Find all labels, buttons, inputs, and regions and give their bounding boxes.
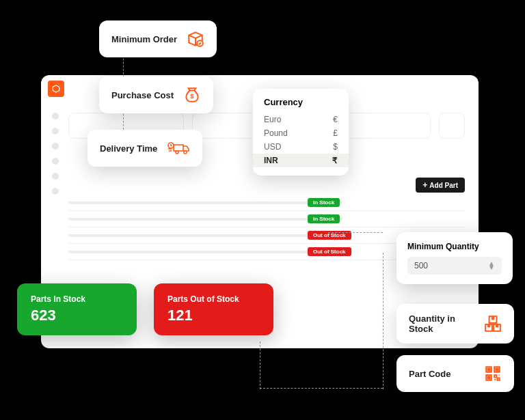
part-code-label: Part Code [409, 369, 450, 379]
quantity-value: 500 [414, 261, 428, 270]
sidebar-item[interactable] [52, 173, 59, 180]
connector-line [328, 232, 383, 233]
minimum-quantity-label: Minimum Quantity [407, 242, 502, 251]
stat-value: 623 [31, 307, 123, 324]
currency-dropdown[interactable]: Currency Euro € Pound £ USD $ INR ₹ [253, 89, 349, 176]
minimum-order-label: Minimum Order [111, 34, 177, 44]
svg-rect-12 [496, 368, 498, 370]
svg-rect-7 [485, 324, 492, 331]
sidebar-nav [52, 113, 59, 195]
currency-option-inr[interactable]: INR ₹ [253, 154, 349, 167]
quantity-stepper[interactable]: 500 ▲▼ [407, 257, 502, 275]
part-code-card: Part Code [396, 355, 514, 392]
minimum-order-card: Minimum Order [99, 20, 217, 57]
currency-option-usd[interactable]: USD $ [253, 140, 349, 154]
stat-label: Parts Out of Stock [167, 294, 260, 304]
parts-out-of-stock-card: Parts Out of Stock 121 [154, 283, 273, 335]
qr-code-icon [484, 365, 502, 382]
svg-rect-2 [174, 145, 183, 151]
sidebar-item[interactable] [52, 188, 59, 195]
table-row[interactable]: In Stock [68, 195, 465, 211]
row-placeholder [68, 218, 342, 221]
purchase-cost-label: Purchase Cost [111, 90, 174, 100]
svg-rect-8 [494, 324, 500, 331]
boxes-icon [484, 315, 502, 333]
parts-in-stock-card: Parts In Stock 623 [17, 283, 137, 335]
package-check-icon [187, 30, 204, 48]
sidebar-item[interactable] [52, 113, 59, 120]
stepper-arrows-icon[interactable]: ▲▼ [488, 262, 495, 270]
purchase-cost-card: Purchase Cost $ [99, 76, 213, 113]
delivery-time-label: Delivery Time [100, 143, 157, 154]
currency-option-pound[interactable]: Pound £ [253, 126, 349, 140]
money-bag-icon: $ [183, 86, 201, 104]
svg-point-4 [184, 151, 187, 154]
currency-option-euro[interactable]: Euro € [253, 113, 349, 126]
connector-line [260, 388, 383, 389]
header-action[interactable] [439, 113, 465, 139]
table-row[interactable]: In Stock [68, 211, 465, 227]
delivery-time-card: Delivery Time [88, 130, 202, 167]
minimum-quantity-card: Minimum Quantity 500 ▲▼ [396, 232, 513, 284]
add-part-label: Add Part [429, 182, 458, 189]
row-placeholder [68, 251, 342, 253]
currency-title: Currency [253, 97, 349, 113]
add-part-button[interactable]: Add Part [416, 178, 465, 193]
stat-value: 121 [167, 307, 260, 324]
app-logo-icon [48, 81, 64, 97]
status-badge: Out of Stock [308, 247, 351, 256]
status-badge: In Stock [308, 198, 340, 207]
connector-line [260, 341, 260, 389]
status-badge: In Stock [308, 214, 340, 223]
sidebar-item[interactable] [52, 143, 59, 150]
row-placeholder [68, 234, 342, 237]
delivery-truck-icon [167, 139, 190, 157]
svg-rect-10 [487, 368, 489, 370]
svg-rect-14 [487, 376, 489, 378]
sidebar-item[interactable] [52, 128, 59, 135]
svg-text:$: $ [190, 92, 194, 100]
row-placeholder [68, 201, 342, 204]
svg-point-3 [176, 151, 178, 154]
quantity-in-stock-label: Quantity in Stock [409, 313, 474, 334]
connector-line [383, 253, 383, 389]
sidebar-item[interactable] [52, 158, 59, 165]
quantity-in-stock-card: Quantity in Stock [396, 304, 514, 344]
stat-label: Parts In Stock [31, 294, 123, 304]
